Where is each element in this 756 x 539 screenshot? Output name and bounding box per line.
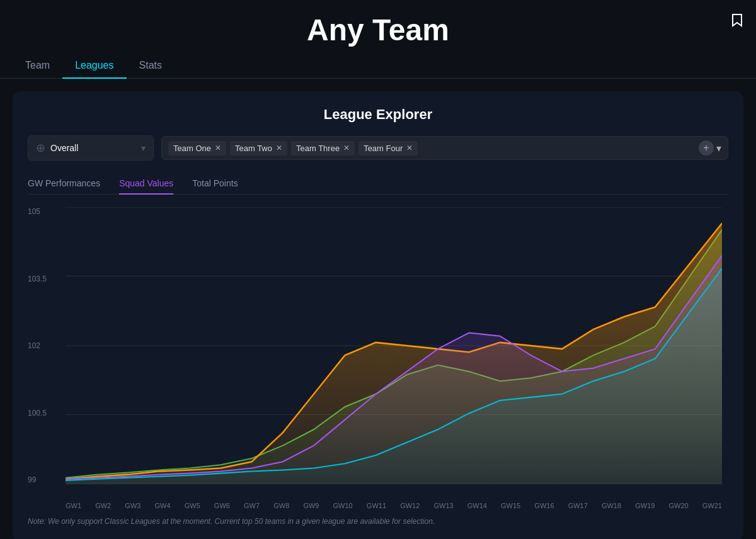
chart-container: 105 103.5 102 100.5 99 bbox=[28, 207, 728, 509]
team-tags-container: Team One ✕ Team Two ✕ Team Three ✕ Team … bbox=[161, 136, 728, 160]
team-tag-three: Team Three ✕ bbox=[291, 141, 355, 156]
x-label-gw13: GW13 bbox=[433, 502, 453, 509]
page-title: Any Team bbox=[307, 13, 449, 47]
team-tag-one: Team One ✕ bbox=[168, 141, 226, 156]
sub-tab-gw-performances[interactable]: GW Performances bbox=[28, 173, 100, 195]
team-tag-four-label: Team Four bbox=[364, 144, 403, 153]
overall-label: Overall bbox=[50, 143, 78, 153]
note-text: Note: We only support Classic Leagues at… bbox=[28, 517, 728, 526]
main-card: League Explorer ⊕ Overall ▾ Team One ✕ T… bbox=[13, 91, 743, 539]
chart-svg-element bbox=[66, 207, 722, 484]
y-label-1035: 103.5 bbox=[28, 275, 47, 283]
bookmark-icon[interactable] bbox=[731, 13, 743, 31]
team-tag-four: Team Four ✕ bbox=[358, 141, 418, 156]
y-label-1005: 100.5 bbox=[28, 409, 47, 417]
tags-actions: + ▾ bbox=[699, 140, 721, 156]
x-label-gw15: GW15 bbox=[501, 502, 520, 509]
y-label-99: 99 bbox=[28, 475, 47, 484]
x-label-gw11: GW11 bbox=[367, 502, 386, 509]
x-label-gw6: GW6 bbox=[214, 502, 230, 509]
team-tag-one-remove[interactable]: ✕ bbox=[215, 144, 221, 152]
x-label-gw12: GW12 bbox=[400, 502, 420, 509]
y-label-102: 102 bbox=[28, 341, 47, 350]
sub-tab-total-points[interactable]: Total Points bbox=[192, 173, 238, 195]
team-tag-two-remove[interactable]: ✕ bbox=[276, 144, 282, 152]
overall-select[interactable]: ⊕ Overall ▾ bbox=[28, 135, 154, 161]
y-axis-labels: 105 103.5 102 100.5 99 bbox=[28, 207, 52, 484]
x-label-gw19: GW19 bbox=[635, 502, 655, 509]
x-label-gw1: GW1 bbox=[66, 502, 81, 509]
x-axis-labels: GW1 GW2 GW3 GW4 GW5 GW6 GW7 GW8 GW9 GW10… bbox=[66, 502, 722, 509]
team-tag-two-label: Team Two bbox=[235, 144, 272, 153]
tab-leagues[interactable]: Leagues bbox=[62, 54, 126, 79]
tab-stats[interactable]: Stats bbox=[127, 54, 175, 79]
tab-team[interactable]: Team bbox=[13, 54, 62, 79]
x-label-gw18: GW18 bbox=[602, 502, 621, 509]
card-title: League Explorer bbox=[28, 106, 728, 123]
x-label-gw5: GW5 bbox=[185, 502, 200, 509]
x-label-gw2: GW2 bbox=[95, 502, 111, 509]
overall-chevron-icon: ▾ bbox=[141, 143, 146, 153]
x-label-gw21: GW21 bbox=[702, 502, 722, 509]
team-tag-four-remove[interactable]: ✕ bbox=[406, 144, 413, 152]
y-label-105: 105 bbox=[28, 207, 47, 216]
x-label-gw16: GW16 bbox=[534, 502, 554, 509]
x-label-gw17: GW17 bbox=[568, 502, 588, 509]
nav-tabs: Team Leagues Stats bbox=[0, 54, 756, 79]
page-header: Any Team bbox=[0, 0, 756, 54]
sub-tabs: GW Performances Squad Values Total Point… bbox=[28, 173, 728, 195]
x-label-gw20: GW20 bbox=[669, 502, 689, 509]
add-team-button[interactable]: + bbox=[699, 140, 714, 156]
x-label-gw14: GW14 bbox=[467, 502, 487, 509]
team-tag-two: Team Two ✕ bbox=[230, 141, 287, 156]
x-label-gw9: GW9 bbox=[303, 502, 319, 509]
team-tag-one-label: Team One bbox=[173, 144, 211, 153]
team-tag-three-remove[interactable]: ✕ bbox=[343, 144, 350, 152]
chart-svg bbox=[66, 207, 722, 484]
x-label-gw10: GW10 bbox=[333, 502, 353, 509]
x-label-gw8: GW8 bbox=[273, 502, 289, 509]
filter-row: ⊕ Overall ▾ Team One ✕ Team Two ✕ Team T… bbox=[28, 135, 728, 161]
team-tag-three-label: Team Three bbox=[296, 144, 340, 153]
sub-tab-squad-values[interactable]: Squad Values bbox=[119, 173, 173, 195]
x-label-gw7: GW7 bbox=[244, 502, 260, 509]
x-label-gw4: GW4 bbox=[155, 502, 171, 509]
tags-chevron-icon[interactable]: ▾ bbox=[716, 142, 721, 154]
overall-plus-icon: ⊕ bbox=[36, 141, 45, 155]
x-label-gw3: GW3 bbox=[125, 502, 140, 509]
